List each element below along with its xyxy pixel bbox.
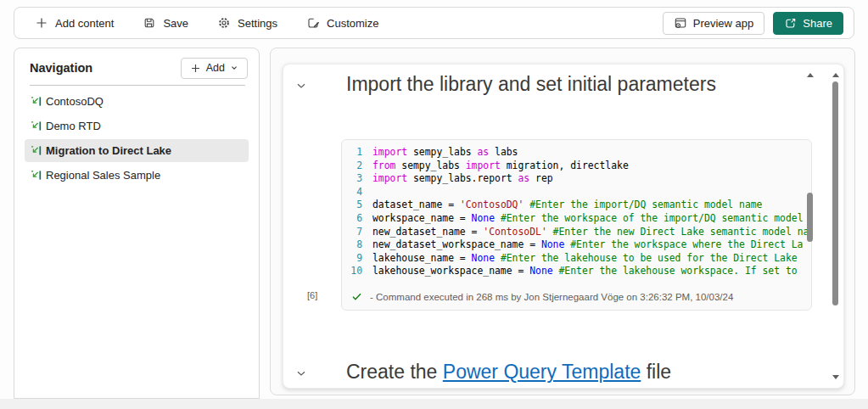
app-toolbar: Add content Save Settings bbox=[14, 7, 854, 39]
preview-window-icon bbox=[674, 16, 687, 30]
code-line: 1import sempy_labs as labs bbox=[342, 146, 811, 160]
sidebar-item-migration-to-direct-lake[interactable]: Migration to Direct Lake bbox=[25, 139, 249, 162]
code-text: import sempy_labs as labs bbox=[372, 146, 518, 160]
line-number: 9 bbox=[342, 252, 372, 266]
line-number: 8 bbox=[342, 238, 372, 252]
save-icon bbox=[143, 16, 156, 30]
line-number: 3 bbox=[342, 172, 372, 186]
code-line: 4 bbox=[342, 186, 811, 199]
preview-app-label: Preview app bbox=[693, 17, 754, 30]
collapse-section-icon[interactable] bbox=[294, 367, 308, 380]
code-text: lakehouse_name = None #Enter the lakehou… bbox=[372, 252, 798, 266]
sidebar-item-regional-sales-sample[interactable]: Regional Sales Sample bbox=[25, 164, 249, 187]
line-number: 5 bbox=[342, 199, 372, 212]
notebook-item-icon bbox=[31, 120, 42, 132]
code-text: import sempy_labs.report as rep bbox=[372, 172, 553, 186]
code-line: 3import sempy_labs.report as rep bbox=[342, 172, 811, 186]
toolbar-right-group: Preview app Share bbox=[663, 12, 843, 35]
plus-icon bbox=[35, 16, 48, 30]
settings-button[interactable]: Settings bbox=[217, 16, 277, 30]
customize-button[interactable]: Customize bbox=[306, 16, 378, 30]
page-bottom-strip bbox=[0, 399, 868, 409]
section-import-header: Import the library and set initial param… bbox=[294, 73, 716, 96]
navigation-sidebar: Navigation Add ContosoDQDemo RTDMigratio… bbox=[14, 48, 260, 399]
content-panel: Import the library and set initial param… bbox=[270, 48, 855, 395]
line-number: 4 bbox=[342, 186, 372, 199]
code-text: new_dataset_name = 'ContosoDL' #Enter th… bbox=[372, 226, 809, 239]
section-title: Create the Power Query Template file bbox=[346, 361, 671, 384]
gear-icon bbox=[217, 16, 231, 30]
share-label: Share bbox=[803, 17, 832, 30]
sidebar-item-label: Demo RTD bbox=[46, 120, 101, 132]
scroll-down-icon[interactable] bbox=[832, 375, 839, 379]
edit-square-icon bbox=[306, 16, 320, 30]
sidebar-divider bbox=[30, 85, 245, 86]
collapse-section-icon[interactable] bbox=[294, 79, 308, 92]
share-icon bbox=[784, 17, 797, 30]
line-number: 2 bbox=[342, 160, 372, 173]
notebook-item-icon bbox=[31, 145, 42, 156]
sidebar-item-label: Regional Sales Sample bbox=[46, 169, 160, 182]
add-content-label: Add content bbox=[55, 17, 114, 30]
scroll-up-icon[interactable] bbox=[832, 73, 839, 77]
cell-status-row: - Command executed in 268 ms by Jon Stje… bbox=[351, 291, 733, 302]
code-text: dataset_name = 'ContosoDQ' #Enter the im… bbox=[372, 199, 762, 212]
toolbar-left-group: Add content Save Settings bbox=[35, 16, 663, 30]
plus-icon bbox=[190, 63, 201, 74]
outer-scrollbar-thumb[interactable] bbox=[832, 81, 838, 305]
save-button[interactable]: Save bbox=[143, 16, 188, 30]
section2-suffix: file bbox=[641, 361, 671, 383]
section-title: Import the library and set initial param… bbox=[346, 73, 716, 96]
scroll-up-icon[interactable] bbox=[807, 73, 814, 77]
check-icon bbox=[351, 291, 362, 302]
sidebar-header: Navigation Add bbox=[30, 57, 248, 79]
chevron-down-icon bbox=[230, 64, 238, 72]
preview-app-button[interactable]: Preview app bbox=[663, 12, 765, 35]
sidebar-title: Navigation bbox=[30, 61, 92, 75]
save-label: Save bbox=[163, 17, 188, 30]
cell-status-text: - Command executed in 268 ms by Jon Stje… bbox=[370, 292, 733, 302]
settings-label: Settings bbox=[238, 17, 277, 30]
outer-scrollbar bbox=[830, 66, 842, 386]
line-number: 1 bbox=[342, 146, 372, 160]
add-content-button[interactable]: Add content bbox=[35, 16, 114, 30]
section-create-header: Create the Power Query Template file bbox=[294, 361, 671, 384]
line-number: 7 bbox=[342, 226, 372, 239]
sidebar-item-contosodq[interactable]: ContosoDQ bbox=[25, 90, 249, 113]
code-lines: 1import sempy_labs as labs2from sempy_la… bbox=[342, 140, 811, 278]
add-dropdown-label: Add bbox=[206, 62, 225, 74]
code-text: workspace_name = None #Enter the workspa… bbox=[372, 212, 804, 226]
line-number: 10 bbox=[342, 265, 372, 278]
code-text: from sempy_labs import migration, direct… bbox=[372, 160, 629, 173]
sidebar-item-demo-rtd[interactable]: Demo RTD bbox=[25, 115, 249, 137]
add-dropdown-button[interactable]: Add bbox=[181, 58, 248, 79]
code-text: new_dataset_workspace_name = None #Enter… bbox=[372, 238, 803, 252]
code-line: 2from sempy_labs import migration, direc… bbox=[342, 160, 811, 173]
code-line: 9lakehouse_name = None #Enter the lakeho… bbox=[342, 252, 811, 266]
code-text: lakehouse_workspace_name = None #Enter t… bbox=[372, 265, 798, 278]
share-button[interactable]: Share bbox=[773, 12, 843, 35]
code-cell[interactable]: 1import sempy_labs as labs2from sempy_la… bbox=[341, 139, 812, 311]
sidebar-item-label: ContosoDQ bbox=[46, 95, 104, 108]
notebook-item-icon bbox=[31, 96, 42, 107]
sidebar-item-label: Migration to Direct Lake bbox=[46, 144, 171, 157]
code-line: 7new_dataset_name = 'ContosoDL' #Enter t… bbox=[342, 226, 811, 239]
code-line: 5dataset_name = 'ContosoDQ' #Enter the i… bbox=[342, 199, 811, 212]
section2-prefix: Create the bbox=[346, 361, 443, 383]
customize-label: Customize bbox=[327, 17, 378, 30]
notebook-view: Import the library and set initial param… bbox=[283, 64, 844, 389]
execution-count: [6] bbox=[307, 290, 317, 300]
power-query-template-link[interactable]: Power Query Template bbox=[443, 361, 641, 383]
code-line: 8new_dataset_workspace_name = None #Ente… bbox=[342, 238, 811, 252]
nav-items: ContosoDQDemo RTDMigration to Direct Lak… bbox=[25, 90, 249, 187]
code-line: 6workspace_name = None #Enter the worksp… bbox=[342, 212, 811, 226]
line-number: 6 bbox=[342, 212, 372, 226]
notebook-item-icon bbox=[31, 170, 42, 181]
inner-scrollbar-thumb[interactable] bbox=[807, 193, 813, 242]
inner-scrollbar bbox=[804, 66, 816, 386]
code-line: 10lakehouse_workspace_name = None #Enter… bbox=[342, 265, 811, 278]
